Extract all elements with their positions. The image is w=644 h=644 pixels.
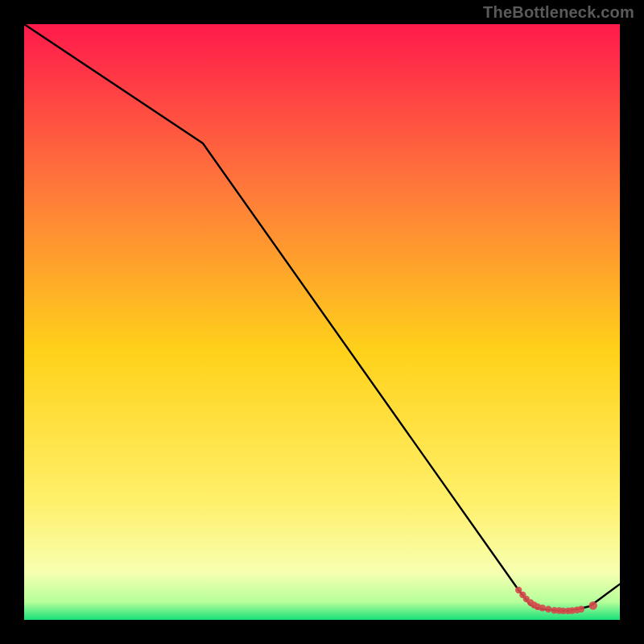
- data-marker: [578, 605, 584, 612]
- stage: TheBottleneck.com: [0, 0, 644, 644]
- plot-area: [24, 24, 620, 620]
- data-marker: [589, 601, 597, 609]
- data-marker: [539, 605, 546, 611]
- data-marker: [545, 605, 551, 612]
- watermark-text: TheBottleneck.com: [483, 3, 634, 22]
- chart-svg: [24, 24, 620, 620]
- gradient-background: [24, 24, 620, 620]
